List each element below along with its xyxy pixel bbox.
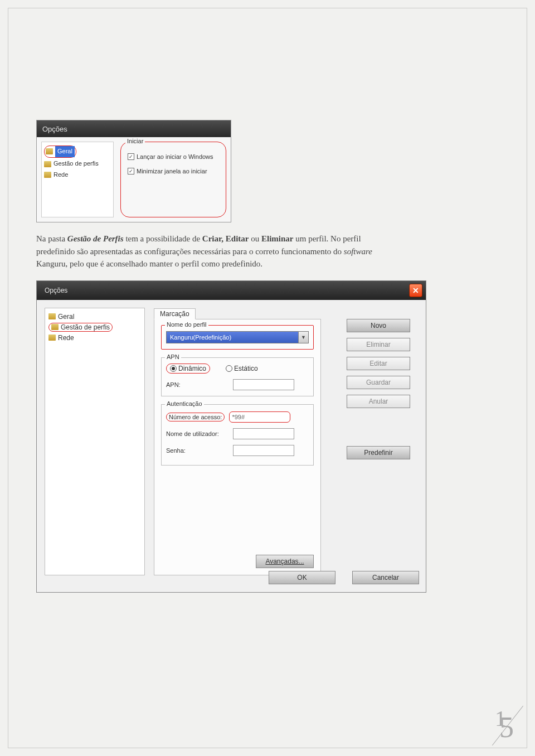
num-acesso-input[interactable]: *99# bbox=[229, 411, 290, 423]
window-titlebar-2: Opções ✕ bbox=[37, 281, 426, 300]
tree-label: Geral bbox=[58, 313, 74, 321]
profile-dropdown[interactable]: Kanguru(Predefinição) ▼ bbox=[166, 331, 309, 343]
chevron-down-icon: ▼ bbox=[298, 332, 308, 343]
fieldset-legend: Nome do perfil bbox=[165, 321, 208, 328]
predefinir-button[interactable]: Predefinir bbox=[347, 446, 410, 459]
tree-label: Rede bbox=[58, 334, 74, 342]
fieldset-apn: APN Dinâmico Estático bbox=[161, 357, 314, 396]
folder-icon bbox=[44, 172, 51, 178]
novo-button[interactable]: Novo bbox=[347, 319, 410, 332]
checkbox-minimize-start[interactable]: ✓ Minimizar janela ao iniciar bbox=[128, 168, 221, 175]
apn-label: APN: bbox=[166, 381, 228, 388]
checkbox-label: Lançar ao iniciar o Windows bbox=[137, 153, 213, 160]
guardar-button[interactable]: Guardar bbox=[347, 376, 410, 389]
tree-item-gestao-perfis[interactable]: Gestão de perfis bbox=[48, 323, 113, 332]
avancadas-button[interactable]: Avançadas... bbox=[256, 555, 314, 568]
fieldset-legend: Autenticação bbox=[165, 400, 204, 407]
fieldset-iniciar: Iniciar ✓ Lançar ao iniciar o Windows ✓ … bbox=[120, 142, 226, 217]
editar-button[interactable]: Editar bbox=[347, 357, 410, 370]
fieldset-nome-perfil: Nome do perfil Kanguru(Predefinição) ▼ bbox=[161, 325, 314, 350]
close-button[interactable]: ✕ bbox=[409, 284, 422, 297]
radio-estatico[interactable]: Estático bbox=[226, 365, 258, 372]
fieldset-autenticacao: Autenticação Número de acesso: *99# Nome… bbox=[161, 404, 314, 466]
checkbox-label: Minimizar janela ao iniciar bbox=[137, 168, 207, 175]
page-number: 15 bbox=[490, 711, 516, 744]
tree-item-rede[interactable]: Rede bbox=[44, 169, 111, 181]
checkbox-launch-windows[interactable]: ✓ Lançar ao iniciar o Windows bbox=[128, 153, 221, 160]
checkbox-icon: ✓ bbox=[128, 168, 134, 175]
senha-label: Senha: bbox=[166, 447, 228, 454]
description-paragraph: Na pasta Gestão de Perfis tem a possibil… bbox=[36, 232, 387, 270]
user-input[interactable] bbox=[233, 428, 294, 439]
checkbox-icon: ✓ bbox=[128, 153, 134, 160]
tree-label: Rede bbox=[54, 169, 68, 181]
tree-label: Gestão de perfis bbox=[54, 158, 99, 169]
user-label: Nome de utilizador: bbox=[166, 430, 228, 437]
folder-icon bbox=[44, 161, 51, 167]
radio-label: Estático bbox=[234, 365, 258, 372]
tree-label: Gestão de perfis bbox=[61, 323, 110, 331]
radio-icon bbox=[226, 365, 232, 372]
window-titlebar-1: Opções bbox=[37, 120, 231, 137]
num-acesso-label: Número de acesso: bbox=[166, 413, 225, 421]
tree-item-gestao-perfis[interactable]: Gestão de perfis bbox=[44, 158, 111, 169]
fieldset-legend: Iniciar bbox=[125, 138, 145, 144]
close-icon: ✕ bbox=[412, 286, 419, 295]
side-buttons: Novo Eliminar Editar Guardar Anular Pred… bbox=[347, 308, 419, 585]
screenshot-options-perfis: Opções ✕ Geral Gestão de perfis bbox=[36, 280, 426, 593]
radio-dinamico[interactable]: Dinâmico bbox=[166, 364, 210, 374]
screenshot-options-iniciar: Opções Geral Gestão de perfis Rede Inici… bbox=[36, 120, 231, 222]
tree-item-rede[interactable]: Rede bbox=[48, 334, 141, 342]
cancelar-button[interactable]: Cancelar bbox=[352, 571, 419, 584]
ok-button[interactable]: OK bbox=[269, 571, 335, 584]
tree-item-geral[interactable]: Geral bbox=[48, 313, 141, 321]
folder-icon bbox=[51, 324, 59, 330]
tab-panel-marcacao: Marcação Nome do perfil Kanguru(Predefin… bbox=[154, 319, 321, 575]
tab-marcacao[interactable]: Marcação bbox=[154, 308, 196, 319]
apn-input[interactable] bbox=[233, 379, 294, 390]
nav-tree-2: Geral Gestão de perfis Rede bbox=[45, 308, 145, 575]
radio-icon bbox=[170, 365, 177, 372]
senha-input[interactable] bbox=[233, 445, 294, 456]
anular-button[interactable]: Anular bbox=[347, 395, 410, 408]
folder-icon bbox=[48, 335, 56, 341]
fieldset-legend: APN bbox=[165, 353, 181, 360]
tree-label: Geral bbox=[55, 146, 75, 157]
radio-label: Dinâmico bbox=[178, 365, 206, 372]
eliminar-button[interactable]: Eliminar bbox=[347, 338, 410, 351]
tree-item-geral[interactable]: Geral bbox=[44, 146, 76, 158]
title-text: Opções bbox=[45, 287, 67, 294]
title-text: Opções bbox=[42, 125, 67, 133]
folder-icon bbox=[46, 148, 53, 154]
dropdown-value: Kanguru(Predefinição) bbox=[170, 334, 231, 341]
folder-icon bbox=[48, 313, 56, 319]
nav-tree-1: Geral Gestão de perfis Rede bbox=[41, 142, 114, 217]
